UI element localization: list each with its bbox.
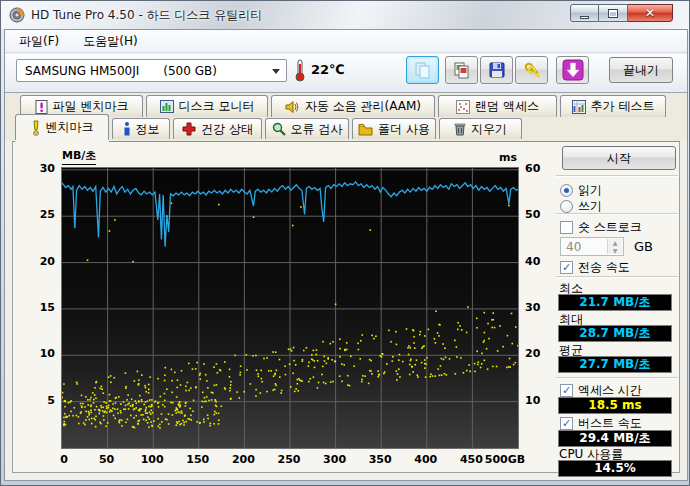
tab-extra-tests[interactable]: 추가 테스트 bbox=[560, 95, 666, 117]
transfer-rate-label: 전송 속도 bbox=[578, 259, 630, 276]
close-button[interactable]: ✕ bbox=[628, 4, 673, 22]
copy-screenshot-icon bbox=[414, 61, 432, 79]
benchmark-chart bbox=[61, 167, 519, 449]
burst-rate-value: 29.4 MB/초 bbox=[558, 430, 672, 447]
transfer-rate-checkbox[interactable]: ✓ bbox=[560, 261, 573, 274]
cpu-usage-value: 14.5% bbox=[558, 460, 672, 477]
speaker-icon bbox=[285, 100, 300, 114]
x-tick: 400 bbox=[414, 453, 437, 466]
tab-health[interactable]: 건강 상태 bbox=[173, 118, 262, 139]
copy-screenshot-button[interactable] bbox=[406, 56, 439, 84]
client-area: 파일(F) 도움말(H) SAMSUNG HM500JI (500 GB) 22… bbox=[4, 29, 688, 481]
tab-folder-usage[interactable]: 폴더 사용 bbox=[352, 118, 436, 139]
spinner-buttons[interactable]: ▲▼ bbox=[607, 239, 622, 254]
x-tick: 0 bbox=[60, 453, 68, 466]
tab-label: 오류 검사 bbox=[291, 121, 343, 138]
read-label: 읽기 bbox=[578, 182, 602, 199]
separator bbox=[556, 213, 678, 215]
access-time-checkbox[interactable]: ✓ bbox=[560, 384, 573, 397]
start-button[interactable]: 시작 bbox=[562, 146, 676, 170]
tab-aam[interactable]: 자동 소음 관리(AAM) bbox=[271, 95, 435, 117]
tab-label: 자동 소음 관리(AAM) bbox=[305, 98, 421, 115]
health-cross-icon bbox=[182, 122, 196, 136]
x-tick: 500GB bbox=[485, 453, 525, 466]
extra-tests-icon bbox=[572, 100, 586, 114]
y-right-tick: 20 bbox=[525, 347, 540, 360]
minimize-icon bbox=[580, 16, 589, 19]
file-benchmark-icon bbox=[35, 100, 48, 114]
menu-file[interactable]: 파일(F) bbox=[9, 30, 69, 53]
read-radio-row[interactable]: 읽기 bbox=[560, 182, 602, 199]
transfer-rate-row[interactable]: ✓ 전송 속도 bbox=[560, 259, 630, 276]
close-icon: ✕ bbox=[645, 7, 655, 19]
x-tick: 100 bbox=[141, 453, 164, 466]
exit-button[interactable]: 끝내기 bbox=[609, 57, 673, 83]
registration-keys-icon bbox=[523, 61, 541, 79]
disk-monitor-icon bbox=[160, 100, 174, 113]
info-icon bbox=[123, 122, 131, 136]
app-icon bbox=[9, 7, 25, 23]
burst-rate-checkbox[interactable]: ✓ bbox=[560, 417, 573, 430]
check-update-icon bbox=[562, 59, 584, 81]
access-time-value: 18.5 ms bbox=[558, 397, 672, 414]
x-tick: 450 bbox=[460, 453, 483, 466]
benchmark-page: MB/초 ms 51015202530 102030405060 0501001… bbox=[12, 141, 680, 473]
menu-bar: 파일(F) 도움말(H) bbox=[5, 30, 687, 53]
maximize-button[interactable] bbox=[599, 4, 628, 22]
minimize-button[interactable] bbox=[570, 4, 599, 22]
copy-image-button[interactable] bbox=[445, 56, 478, 84]
write-radio[interactable] bbox=[560, 200, 573, 213]
short-stroke-size-row: 40 ▲▼ GB bbox=[560, 237, 653, 256]
x-tick: 350 bbox=[369, 453, 392, 466]
menu-help[interactable]: 도움말(H) bbox=[73, 30, 147, 53]
maximize-icon bbox=[608, 9, 618, 18]
separator bbox=[556, 377, 678, 379]
magnifier-icon bbox=[272, 122, 286, 136]
trash-icon bbox=[454, 122, 466, 136]
titlebar[interactable]: HD Tune Pro 4.50 - 하드 디스크 유틸리티 ✕ bbox=[1, 1, 690, 29]
check-update-button[interactable] bbox=[556, 56, 589, 84]
app-window: HD Tune Pro 4.50 - 하드 디스크 유틸리티 ✕ 파일(F) 도… bbox=[0, 0, 690, 486]
x-tick: 200 bbox=[232, 453, 255, 466]
short-stroke-label: 숏 스트로크 bbox=[578, 219, 642, 236]
tab-strips: 파일 벤치마크 디스크 모니터 자동 소음 bbox=[5, 93, 687, 141]
y-axis-right-label: ms bbox=[499, 151, 517, 164]
tab-label: 디스크 모니터 bbox=[179, 98, 255, 115]
tab-random-access[interactable]: 랜덤 액세스 bbox=[438, 95, 557, 117]
tab-error-scan[interactable]: 오류 검사 bbox=[265, 118, 349, 139]
tab-label: 정보 bbox=[136, 121, 160, 138]
registration-keys-button[interactable] bbox=[515, 56, 548, 84]
y-right-tick: 60 bbox=[525, 162, 540, 175]
x-tick: 300 bbox=[323, 453, 346, 466]
short-stroke-row[interactable]: 숏 스트로크 bbox=[560, 219, 642, 236]
drive-selector[interactable]: SAMSUNG HM500JI (500 GB) bbox=[16, 59, 287, 82]
drive-model: SAMSUNG HM500JI bbox=[25, 64, 139, 78]
y-left-tick: 20 bbox=[29, 255, 55, 268]
short-stroke-checkbox[interactable] bbox=[560, 221, 573, 234]
min-value: 21.7 MB/초 bbox=[558, 294, 672, 311]
y-right-tick: 10 bbox=[525, 394, 540, 407]
tab-erase[interactable]: 지우기 bbox=[439, 118, 522, 139]
short-stroke-size-input[interactable]: 40 ▲▼ bbox=[560, 237, 624, 256]
chevron-down-icon bbox=[272, 69, 280, 74]
toolbar: SAMSUNG HM500JI (500 GB) 22℃ bbox=[5, 54, 687, 93]
save-button[interactable] bbox=[480, 56, 513, 84]
y-right-tick: 40 bbox=[525, 255, 540, 268]
gb-unit-label: GB bbox=[634, 239, 653, 254]
x-tick: 250 bbox=[278, 453, 301, 466]
tab-label: 랜덤 액세스 bbox=[475, 98, 539, 115]
read-radio[interactable] bbox=[560, 184, 573, 197]
tab-label: 폴더 사용 bbox=[378, 121, 430, 138]
tab-disk-monitor[interactable]: 디스크 모니터 bbox=[146, 95, 268, 117]
x-tick: 150 bbox=[186, 453, 209, 466]
y-left-tick: 30 bbox=[29, 162, 55, 175]
x-tick: 50 bbox=[99, 453, 114, 466]
drive-capacity: (500 GB) bbox=[163, 64, 217, 78]
max-value: 28.7 MB/초 bbox=[558, 325, 672, 342]
tab-benchmark[interactable]: 벤치마크 bbox=[15, 114, 109, 140]
tab-label: 파일 벤치마크 bbox=[53, 98, 129, 115]
thermometer-icon bbox=[294, 58, 306, 82]
y-left-tick: 10 bbox=[29, 347, 55, 360]
separator bbox=[556, 276, 678, 278]
tab-info[interactable]: 정보 bbox=[112, 118, 170, 139]
